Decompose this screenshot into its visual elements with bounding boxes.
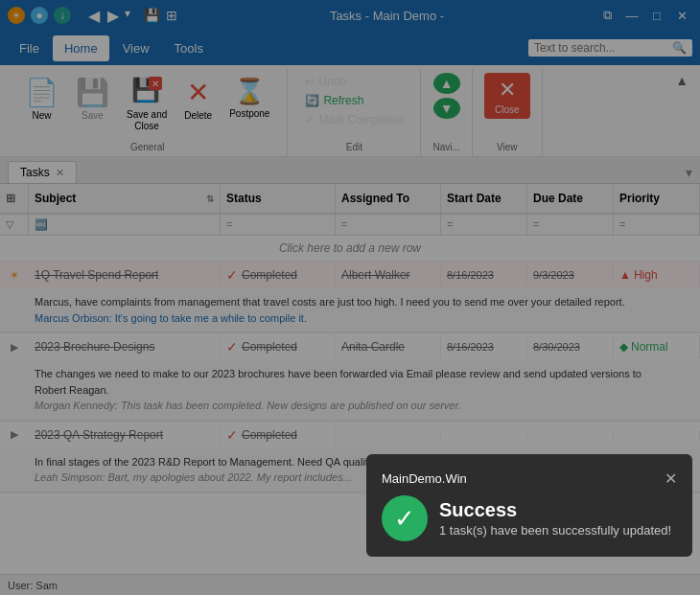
modal-overlay: MainDemo.Win ✕ ✓ Success 1 task(s) have … (0, 0, 700, 595)
modal-success-message: 1 task(s) have been successfully updated… (439, 523, 671, 538)
modal-success-title: Success (439, 499, 671, 521)
modal-body: ✓ Success 1 task(s) have been successful… (382, 495, 677, 541)
modal-success-icon: ✓ (382, 495, 428, 541)
modal-text: Success 1 task(s) have been successfully… (439, 499, 671, 538)
modal-close-button[interactable]: ✕ (665, 469, 677, 488)
modal-title: MainDemo.Win (382, 471, 467, 486)
modal-box: MainDemo.Win ✕ ✓ Success 1 task(s) have … (366, 454, 692, 557)
modal-header: MainDemo.Win ✕ (382, 469, 677, 488)
